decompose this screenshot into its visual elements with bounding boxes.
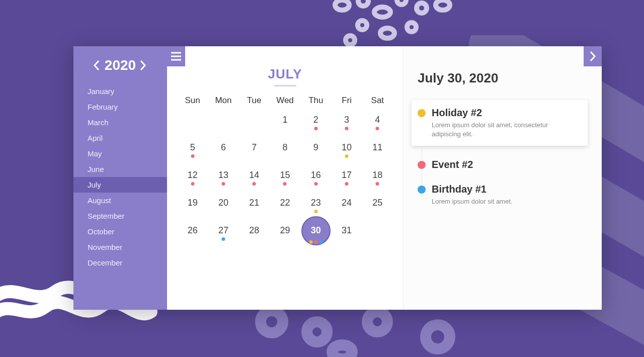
day-number: 6 — [221, 142, 226, 152]
event-item[interactable]: Birthday #1Lorem ipsum dolor sit amet. — [418, 184, 588, 206]
svg-point-13 — [426, 325, 450, 349]
next-year-button[interactable] — [139, 58, 148, 72]
day-cell-8[interactable]: 8 — [270, 142, 300, 153]
event-dot-icon — [221, 237, 225, 241]
event-dots — [221, 182, 225, 186]
day-cell-12[interactable]: 12 — [177, 170, 208, 181]
calendar-grid: JULY SunMonTueWedThuFriSat 1234567891011… — [167, 46, 404, 310]
day-cell-14[interactable]: 14 — [239, 170, 270, 181]
event-dots — [314, 210, 317, 213]
sidebar: 2020 JanuaryFebruaryMarchAprilMayJuneJul… — [73, 46, 167, 310]
event-dot-icon — [191, 182, 194, 186]
day-number: 17 — [342, 170, 352, 180]
day-cell-18[interactable]: 18 — [362, 170, 393, 181]
svg-point-0 — [335, 0, 349, 10]
day-number: 10 — [342, 142, 352, 152]
month-item-december[interactable]: December — [73, 255, 167, 271]
month-item-july[interactable]: July — [73, 177, 167, 193]
day-cell-4[interactable]: 4 — [362, 115, 393, 125]
year-nav: 2020 — [73, 57, 167, 78]
day-number: 27 — [218, 225, 228, 235]
event-dot-icon — [345, 154, 349, 158]
event-dot-icon — [253, 182, 256, 186]
month-item-may[interactable]: May — [73, 146, 167, 161]
events-panel: July 30, 2020 Holiday #2Lorem ipsum dolo… — [404, 46, 602, 310]
svg-point-8 — [407, 23, 416, 32]
event-dot-icon — [314, 127, 317, 130]
day-cell-16[interactable]: 16 — [300, 170, 331, 181]
svg-point-6 — [358, 21, 367, 30]
day-cell-empty — [208, 115, 238, 125]
day-cell-10[interactable]: 10 — [331, 142, 362, 153]
event-dots — [283, 182, 287, 186]
day-number: 5 — [190, 142, 195, 152]
day-number: 29 — [280, 225, 290, 235]
day-cell-28[interactable]: 28 — [239, 225, 270, 236]
event-dot-icon — [309, 240, 312, 244]
day-cell-20[interactable]: 20 — [208, 198, 238, 208]
day-cell-6[interactable]: 6 — [208, 142, 238, 153]
event-desc: Lorem ipsum dolor sit amet. — [432, 197, 557, 206]
event-dot-icon — [314, 182, 317, 186]
day-number: 12 — [188, 170, 198, 180]
day-number: 25 — [372, 198, 382, 208]
next-panel-button[interactable] — [584, 46, 602, 66]
day-cell-13[interactable]: 13 — [208, 170, 238, 181]
event-title: Birthday #1 — [432, 184, 588, 195]
month-item-august[interactable]: August — [73, 193, 167, 208]
event-dot-icon — [376, 127, 379, 130]
day-cell-3[interactable]: 3 — [331, 115, 362, 125]
day-cell-30[interactable]: 30 — [300, 225, 331, 236]
bg-deco-dots-top — [327, 0, 468, 50]
day-cell-11[interactable]: 11 — [362, 142, 393, 153]
day-cell-24[interactable]: 24 — [331, 198, 362, 208]
event-dot-icon — [376, 182, 379, 186]
event-item[interactable]: Holiday #2Lorem ipsum dolor sit amet, co… — [412, 100, 588, 146]
day-number: 11 — [372, 142, 382, 152]
day-cell-31[interactable]: 31 — [331, 225, 362, 236]
event-dots — [253, 182, 256, 186]
day-number: 13 — [218, 170, 228, 180]
day-number: 1 — [282, 115, 287, 125]
day-cell-23[interactable]: 23 — [300, 198, 331, 208]
days-grid: 1234567891011121314151617181920212223242… — [177, 115, 393, 236]
day-cell-5[interactable]: 5 — [177, 142, 208, 153]
event-item[interactable]: Event #2 — [418, 159, 588, 170]
day-number: 26 — [188, 225, 198, 235]
day-cell-21[interactable]: 21 — [239, 198, 270, 208]
month-item-june[interactable]: June — [73, 161, 167, 177]
svg-point-12 — [367, 312, 387, 332]
day-cell-9[interactable]: 9 — [300, 142, 331, 153]
month-item-october[interactable]: October — [73, 224, 167, 239]
day-cell-17[interactable]: 17 — [331, 170, 362, 181]
month-item-april[interactable]: April — [73, 130, 167, 146]
day-number: 14 — [249, 170, 259, 180]
event-list: Holiday #2Lorem ipsum dolor sit amet, co… — [418, 100, 588, 207]
day-cell-19[interactable]: 19 — [177, 198, 208, 208]
selected-date-label: July 30, 2020 — [418, 70, 588, 86]
prev-year-button[interactable] — [93, 58, 102, 72]
weekday-header: Thu — [300, 96, 331, 106]
month-item-september[interactable]: September — [73, 208, 167, 224]
day-cell-15[interactable]: 15 — [270, 170, 300, 181]
day-cell-29[interactable]: 29 — [270, 225, 300, 236]
weekday-header: Sat — [362, 96, 393, 106]
month-item-january[interactable]: January — [73, 83, 167, 99]
month-item-march[interactable]: March — [73, 115, 167, 130]
event-title: Holiday #2 — [432, 107, 580, 119]
month-item-february[interactable]: February — [73, 99, 167, 115]
month-item-november[interactable]: November — [73, 239, 167, 255]
day-cell-26[interactable]: 26 — [177, 225, 208, 236]
day-cell-7[interactable]: 7 — [239, 142, 270, 153]
weekday-header-row: SunMonTueWedThuFriSat — [177, 96, 393, 106]
menu-toggle-button[interactable] — [167, 46, 185, 66]
day-number: 2 — [313, 115, 318, 125]
day-cell-25[interactable]: 25 — [362, 198, 393, 208]
day-cell-27[interactable]: 27 — [208, 225, 238, 236]
day-cell-1[interactable]: 1 — [270, 115, 300, 125]
day-number: 15 — [280, 170, 290, 180]
event-dots — [376, 127, 379, 130]
day-cell-22[interactable]: 22 — [270, 198, 300, 208]
event-dot-icon — [283, 182, 287, 186]
day-cell-2[interactable]: 2 — [300, 115, 331, 125]
